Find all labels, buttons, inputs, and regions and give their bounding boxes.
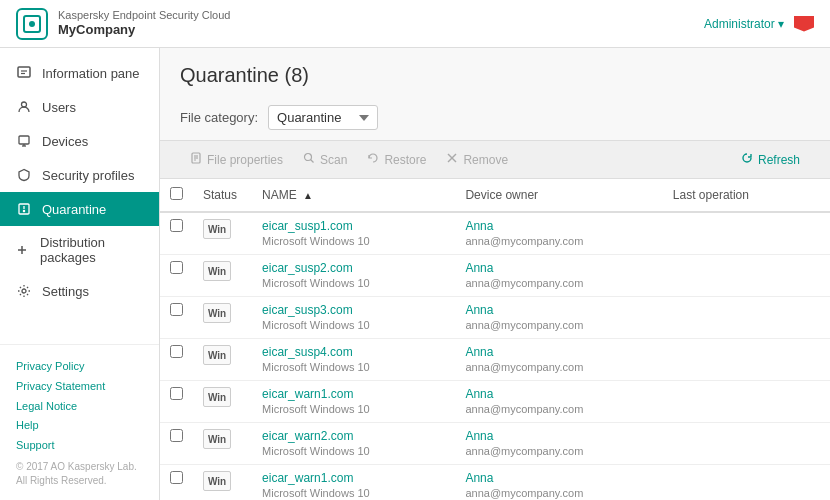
sidebar-footer: Privacy Policy Privacy Statement Legal N… — [0, 344, 159, 500]
scan-button[interactable]: Scan — [293, 147, 357, 172]
device-icon — [16, 133, 32, 149]
file-properties-button[interactable]: File properties — [180, 147, 293, 172]
sidebar-item-quarantine[interactable]: Quarantine — [0, 192, 159, 226]
row-check-cell — [160, 212, 193, 255]
sidebar-label-security-profiles: Security profiles — [42, 168, 134, 183]
owner-name-link[interactable]: Anna — [465, 261, 652, 275]
restore-icon — [367, 152, 379, 167]
help-link[interactable]: Help — [16, 416, 143, 436]
col-header-check — [160, 179, 193, 212]
plus-icon — [14, 242, 30, 258]
row-name-cell: eicar_susp1.com Microsoft Windows 10 — [252, 212, 455, 255]
legal-notice-link[interactable]: Legal Notice — [16, 397, 143, 417]
row-operation-cell — [663, 212, 830, 255]
remove-icon — [446, 152, 458, 167]
row-operation-cell — [663, 465, 830, 501]
company-name: MyCompany — [58, 22, 230, 38]
restore-button[interactable]: Restore — [357, 147, 436, 172]
page-title: Quarantine (8) — [180, 64, 810, 87]
flag-icon[interactable] — [794, 16, 814, 32]
file-os: Microsoft Windows 10 — [262, 235, 370, 247]
row-checkbox-1[interactable] — [170, 261, 183, 274]
quarantine-icon — [16, 201, 32, 217]
row-owner-cell: Anna anna@mycompany.com — [455, 339, 662, 381]
svg-point-9 — [23, 210, 24, 211]
owner-name-link[interactable]: Anna — [465, 303, 652, 317]
owner-name-link[interactable]: Anna — [465, 387, 652, 401]
file-name-link[interactable]: eicar_warn2.com — [262, 429, 445, 443]
table-header-row: Status NAME ▲ Device owner Last operatio… — [160, 179, 830, 212]
owner-email: anna@mycompany.com — [465, 235, 583, 247]
sidebar-item-distribution-packages[interactable]: Distribution packages — [0, 226, 159, 274]
page-header: Quarantine (8) — [160, 48, 830, 95]
row-operation-cell — [663, 423, 830, 465]
file-os: Microsoft Windows 10 — [262, 361, 370, 373]
win-badge: Win — [203, 471, 231, 491]
admin-link[interactable]: Administrator ▾ — [704, 17, 784, 31]
win-badge: Win — [203, 345, 231, 365]
win-badge: Win — [203, 387, 231, 407]
row-status-cell: Win — [193, 339, 252, 381]
select-all-checkbox[interactable] — [170, 187, 183, 200]
sidebar-item-information-pane[interactable]: Information pane — [0, 56, 159, 90]
privacy-statement-link[interactable]: Privacy Statement — [16, 377, 143, 397]
owner-email: anna@mycompany.com — [465, 361, 583, 373]
file-category-select[interactable]: Quarantine Backup — [268, 105, 378, 130]
file-os: Microsoft Windows 10 — [262, 445, 370, 457]
file-name-link[interactable]: eicar_warn1.com — [262, 471, 445, 485]
row-owner-cell: Anna anna@mycompany.com — [455, 255, 662, 297]
row-status-cell: Win — [193, 381, 252, 423]
sidebar-item-users[interactable]: Users — [0, 90, 159, 124]
admin-label: Administrator — [704, 17, 775, 31]
file-os: Microsoft Windows 10 — [262, 487, 370, 499]
owner-name-link[interactable]: Anna — [465, 471, 652, 485]
col-header-owner: Device owner — [455, 179, 662, 212]
status-col-label: Status — [203, 188, 237, 202]
copyright-text: © 2017 AO Kaspersky Lab. All Rights Rese… — [16, 460, 143, 488]
app-header: Kaspersky Endpoint Security Cloud MyComp… — [0, 0, 830, 48]
win-badge: Win — [203, 303, 231, 323]
toolbar: File properties Scan Restore Remove — [160, 140, 830, 179]
privacy-policy-link[interactable]: Privacy Policy — [16, 357, 143, 377]
file-name-link[interactable]: eicar_susp3.com — [262, 303, 445, 317]
owner-name-link[interactable]: Anna — [465, 345, 652, 359]
svg-line-18 — [311, 160, 314, 163]
col-header-name[interactable]: NAME ▲ — [252, 179, 455, 212]
svg-rect-4 — [19, 136, 29, 144]
header-titles: Kaspersky Endpoint Security Cloud MyComp… — [58, 9, 230, 38]
quarantine-table: Status NAME ▲ Device owner Last operatio… — [160, 179, 830, 500]
refresh-icon — [741, 152, 753, 167]
logo-inner — [23, 15, 41, 33]
sidebar-label-distribution-packages: Distribution packages — [40, 235, 143, 265]
chevron-down-icon: ▾ — [778, 17, 784, 31]
table-row: Win eicar_susp2.com Microsoft Windows 10… — [160, 255, 830, 297]
file-name-link[interactable]: eicar_susp1.com — [262, 219, 445, 233]
file-name-link[interactable]: eicar_susp2.com — [262, 261, 445, 275]
sidebar-label-quarantine: Quarantine — [42, 202, 106, 217]
filter-row: File category: Quarantine Backup — [160, 95, 830, 140]
sidebar-item-security-profiles[interactable]: Security profiles — [0, 158, 159, 192]
win-badge: Win — [203, 219, 231, 239]
row-name-cell: eicar_warn2.com Microsoft Windows 10 — [252, 423, 455, 465]
row-checkbox-5[interactable] — [170, 429, 183, 442]
col-header-status: Status — [193, 179, 252, 212]
row-owner-cell: Anna anna@mycompany.com — [455, 381, 662, 423]
row-checkbox-3[interactable] — [170, 345, 183, 358]
row-checkbox-0[interactable] — [170, 219, 183, 232]
refresh-button[interactable]: Refresh — [731, 147, 810, 172]
file-name-link[interactable]: eicar_susp4.com — [262, 345, 445, 359]
row-checkbox-4[interactable] — [170, 387, 183, 400]
remove-button[interactable]: Remove — [436, 147, 518, 172]
owner-name-link[interactable]: Anna — [465, 219, 652, 233]
file-name-link[interactable]: eicar_warn1.com — [262, 387, 445, 401]
row-checkbox-6[interactable] — [170, 471, 183, 484]
owner-name-link[interactable]: Anna — [465, 429, 652, 443]
row-checkbox-2[interactable] — [170, 303, 183, 316]
file-properties-label: File properties — [207, 153, 283, 167]
row-operation-cell — [663, 381, 830, 423]
support-link[interactable]: Support — [16, 436, 143, 456]
table-row: Win eicar_susp4.com Microsoft Windows 10… — [160, 339, 830, 381]
svg-point-3 — [22, 102, 27, 107]
sidebar-item-settings[interactable]: Settings — [0, 274, 159, 308]
sidebar-item-devices[interactable]: Devices — [0, 124, 159, 158]
